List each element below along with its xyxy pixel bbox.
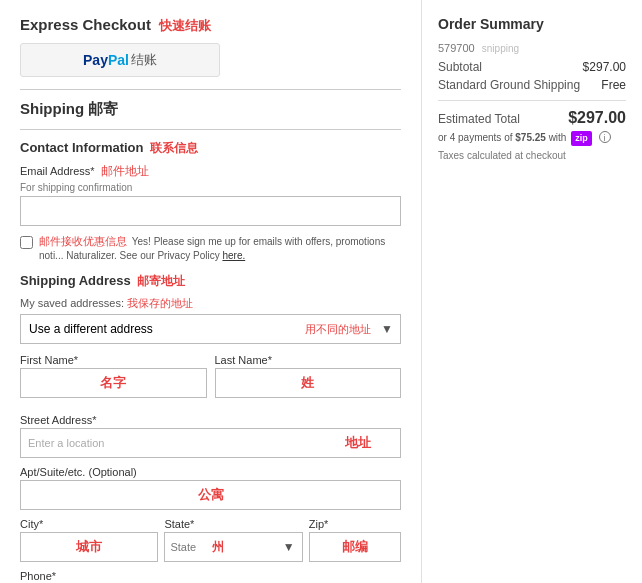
- promo-checkbox[interactable]: [20, 236, 33, 249]
- apt-label: Apt/Suite/etc. (Optional): [20, 466, 401, 478]
- privacy-link[interactable]: here.: [222, 250, 245, 261]
- shipping-address-heading: Shipping Address 邮寄地址: [20, 273, 401, 290]
- section-divider: [20, 89, 401, 90]
- order-summary-title: Order Summary: [438, 16, 626, 32]
- state-select-wrap: State 州 ▼: [164, 532, 302, 562]
- city-input[interactable]: [20, 532, 158, 562]
- paypal-logo: PayPal: [83, 52, 129, 68]
- subtotal-label: Subtotal: [438, 60, 482, 74]
- email-hint: For shipping confirmation: [20, 182, 401, 193]
- shipping-method-label: Standard Ground Shipping: [438, 78, 580, 92]
- first-name-input[interactable]: [20, 368, 207, 398]
- apt-input[interactable]: [20, 480, 401, 510]
- state-group: State* State 州 ▼: [164, 518, 302, 562]
- street-label: Street Address*: [20, 414, 401, 426]
- last-name-input[interactable]: [215, 368, 402, 398]
- zip-group: Zip*: [309, 518, 401, 562]
- city-label: City*: [20, 518, 158, 530]
- zip-payment-row: or 4 payments of $75.25 with zip i: [438, 131, 626, 146]
- estimated-total-row: Estimated Total $297.00: [438, 109, 626, 127]
- city-state-zip-row: City* State* State 州 ▼ Z: [20, 518, 401, 562]
- paypal-button[interactable]: PayPal 结账: [20, 43, 220, 77]
- express-checkout-heading: Express Checkout 快速结账: [20, 16, 401, 35]
- apt-group: Apt/Suite/etc. (Optional): [20, 466, 401, 510]
- saved-addresses-label: My saved addresses: 我保存的地址: [20, 296, 401, 311]
- last-name-group: Last Name*: [215, 354, 402, 398]
- tax-note: Taxes calculated at checkout: [438, 150, 626, 161]
- right-panel: Order Summary 579700 snipping Subtotal $…: [422, 0, 642, 583]
- address-select-wrapper: Use a different address ▼ 用不同的地址: [20, 314, 401, 344]
- estimated-label: Estimated Total: [438, 112, 520, 126]
- street-address-group: Street Address* Enter a location 地址: [20, 414, 401, 458]
- zip-logo: zip: [571, 131, 592, 146]
- shipping-heading: Shipping 邮寄: [20, 100, 401, 119]
- zip-info-icon[interactable]: i: [599, 131, 611, 143]
- paypal-label: 结账: [131, 51, 157, 69]
- last-name-label: Last Name*: [215, 354, 402, 366]
- left-panel: Express Checkout 快速结账 PayPal 结账 Shipping…: [0, 0, 422, 583]
- name-row: First Name* Last Name*: [20, 354, 401, 406]
- zip-label: Zip*: [309, 518, 401, 530]
- subtotal-value: $297.00: [583, 60, 626, 74]
- summary-divider: [438, 100, 626, 101]
- shipping-cost: Free: [601, 78, 626, 92]
- city-group: City*: [20, 518, 158, 562]
- promo-label: 邮件接收优惠信息 Yes! Please sign me up for emai…: [39, 234, 401, 263]
- email-field-group: Email Address* 邮件地址 For shipping confirm…: [20, 163, 401, 226]
- address-select[interactable]: Use a different address: [20, 314, 401, 344]
- promo-checkbox-row: 邮件接收优惠信息 Yes! Please sign me up for emai…: [20, 234, 401, 263]
- subtotal-row: Subtotal $297.00: [438, 60, 626, 74]
- phone-label: Phone*: [20, 570, 401, 582]
- first-name-label: First Name*: [20, 354, 207, 366]
- email-input[interactable]: [20, 196, 401, 226]
- state-select[interactable]: [164, 532, 302, 562]
- order-id: 579700 snipping: [438, 42, 626, 54]
- phone-group: Phone* For shipping-related questions (5…: [20, 570, 401, 583]
- street-input[interactable]: [20, 428, 401, 458]
- email-label: Email Address* 邮件地址: [20, 163, 401, 180]
- first-name-group: First Name*: [20, 354, 207, 398]
- shipping-row: Standard Ground Shipping Free: [438, 78, 626, 92]
- zip-input[interactable]: [309, 532, 401, 562]
- contact-info-heading: Contact Information 联系信息: [20, 140, 401, 157]
- estimated-value: $297.00: [568, 109, 626, 127]
- shipping-divider: [20, 129, 401, 130]
- state-label: State*: [164, 518, 302, 530]
